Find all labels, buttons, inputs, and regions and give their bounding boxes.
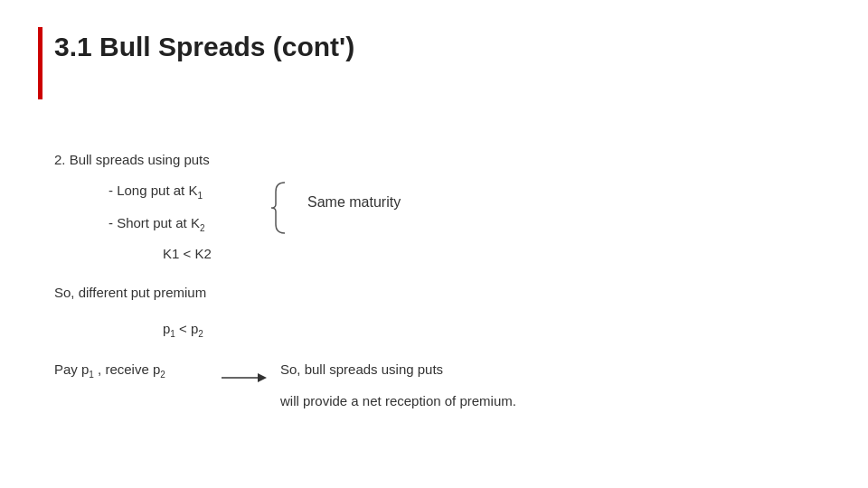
curly-brace-icon [267, 181, 294, 238]
different-premium-label: So, different put premium [54, 285, 206, 300]
p1p2-label: p1 < p2 [163, 321, 203, 339]
slide-title: 3.1 Bull Spreads (cont') [54, 32, 354, 62]
pay-receive-label: Pay p1 , receive p2 [54, 361, 165, 380]
same-maturity-label: Same maturity [307, 194, 401, 211]
svg-marker-1 [258, 373, 267, 382]
bull-spreads-puts-label: So, bull spreads using puts [280, 361, 443, 377]
arrow-icon [222, 369, 267, 389]
net-reception-label: will provide a net reception of premium. [280, 393, 516, 408]
k1k2-label: K1 < K2 [163, 246, 212, 261]
short-put-label: - Short put at K2 [108, 215, 204, 233]
long-put-label: - Long put at K1 [108, 183, 203, 201]
section-label: 2. Bull spreads using puts [54, 152, 210, 167]
accent-bar [38, 27, 42, 99]
